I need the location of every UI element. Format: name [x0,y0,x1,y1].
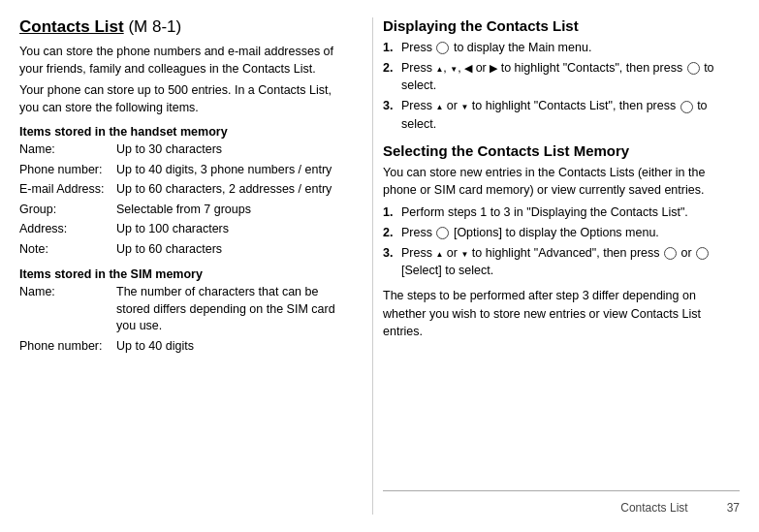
page-title: Contacts List [19,17,124,36]
table-row: Address:Up to 100 characters [19,220,349,240]
step-text: Press or to highlight "Advanced", then p… [401,244,740,279]
intro-para-2: Your phone can store up to 500 entries. … [19,81,349,116]
arrow-up-icon [435,246,443,262]
item-label: Note: [19,239,116,260]
list-item: 1.Perform steps 1 to 3 in "Displaying th… [383,203,740,221]
section2-intro: You can store new entries in the Contact… [383,164,740,199]
page-subtitle: (M 8-1) [124,17,182,36]
item-label: E-mail Address: [19,180,116,201]
table-row: E-mail Address:Up to 60 characters, 2 ad… [19,180,349,201]
list-item: 3.Press or to highlight "Advanced", then… [383,244,740,279]
section2-title: Selecting the Contacts List Memory [383,142,740,159]
item-label: Name: [19,141,116,161]
intro-para-1: You can store the phone numbers and e-ma… [19,43,349,78]
item-label: Address: [19,220,116,240]
circle-icon [436,42,449,54]
item-value: Up to 40 digits, 3 phone numbers / entry [116,160,349,180]
item-value: Up to 30 characters [116,141,349,161]
step-text: Press to display the Main menu. [401,39,591,56]
item-label: Name: [19,283,116,337]
arrow-up-icon [435,99,443,114]
item-value: Up to 100 characters [116,220,349,240]
arrow-down-icon [450,61,458,77]
section2-outro: The steps to be performed after step 3 d… [383,287,740,339]
step-text: Press [Options] to display the Options m… [401,224,659,241]
step-num: 2. [383,59,398,77]
circle-icon [687,62,700,75]
handset-header: Items stored in the handset memory [19,125,349,139]
list-item: 2.Press , , ◀ or ▶ to highlight "Contact… [383,59,740,94]
sim-items-table: Name:The number of characters that can b… [19,283,349,357]
item-value: Up to 60 characters, 2 addresses / entry [116,180,349,201]
list-item: 2.Press [Options] to display the Options… [383,224,740,241]
step-num: 1. [383,39,398,56]
step-num: 1. [383,203,398,221]
step-num: 2. [383,224,398,241]
left-column: Contacts List (M 8-1) You can store the … [19,17,349,515]
arrow-down-icon [460,246,468,262]
table-row: Phone number:Up to 40 digits [19,336,349,357]
circle-icon [680,101,693,113]
circle-icon [664,247,677,260]
step-num: 3. [383,244,398,262]
table-row: Group:Selectable from 7 groups [19,200,349,220]
arrow-right-icon: ▶ [490,61,497,77]
footer-right: 37 [727,501,740,515]
table-row: Name:The number of characters that can b… [19,283,349,337]
arrow-left-icon: ◀ [464,61,472,77]
table-row: Note:Up to 60 characters [19,239,349,260]
item-value: The number of characters that can be sto… [116,283,349,337]
item-value: Up to 40 digits [116,336,349,357]
soft-key-icon [696,247,709,260]
section2-steps: 1.Perform steps 1 to 3 in "Displaying th… [383,203,740,280]
footer: Contacts List 37 [383,490,740,515]
sim-header: Items stored in the SIM memory [19,267,349,281]
right-column: Displaying the Contacts List 1.Press to … [372,17,740,515]
list-item: 3.Press or to highlight "Contacts List",… [383,97,740,132]
arrow-up-icon [435,61,443,77]
table-row: Phone number:Up to 40 digits, 3 phone nu… [19,160,349,180]
section1-title: Displaying the Contacts List [383,17,740,34]
step-text: Perform steps 1 to 3 in "Displaying the … [401,203,688,221]
item-label: Group: [19,200,116,220]
arrow-down-icon [460,99,468,114]
table-row: Name:Up to 30 characters [19,141,349,161]
section1-steps: 1.Press to display the Main menu.2.Press… [383,39,740,133]
step-text: Press or to highlight "Contacts List", t… [401,97,740,132]
list-item: 1.Press to display the Main menu. [383,39,740,56]
item-value: Up to 60 characters [116,239,349,260]
soft-key-icon [436,227,449,239]
item-value: Selectable from 7 groups [116,200,349,220]
footer-left: Contacts List [620,501,687,515]
step-text: Press , , ◀ or ▶ to highlight "Contacts"… [401,59,740,94]
step-num: 3. [383,97,398,114]
item-label: Phone number: [19,336,116,357]
handset-items-table: Name:Up to 30 charactersPhone number:Up … [19,141,349,260]
item-label: Phone number: [19,160,116,180]
page: Contacts List (M 8-1) You can store the … [0,0,759,532]
